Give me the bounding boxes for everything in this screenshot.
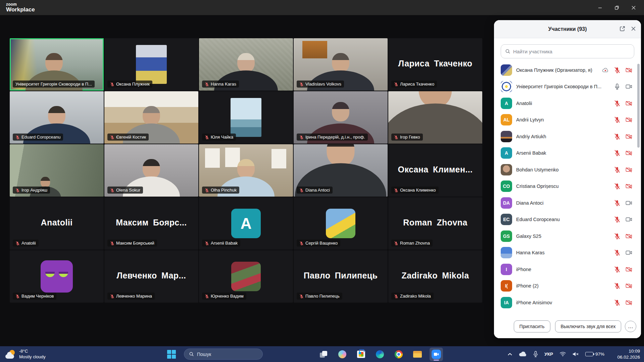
video-tile[interactable]: Оксана Климен... Оксана Клименко [388,144,482,197]
video-tile[interactable]: Левченко Мар... Левченко Марина [104,250,198,303]
video-tile[interactable]: Roman Zhovna Roman Zhovna [388,197,482,250]
camera-off-icon[interactable] [626,133,632,140]
video-tile[interactable]: Zadirako Mikola Zadirako Mikola [388,250,482,303]
participant-row[interactable]: Університет Григорія Сковороди в П... [494,79,641,95]
video-tile[interactable]: Vladislavs Volkovs [294,38,388,91]
zoom-app-icon[interactable] [430,348,443,361]
video-tile[interactable]: Ігор Андріяш [10,144,104,197]
camera-on-icon[interactable] [626,83,632,90]
camera-on-icon[interactable] [626,216,632,223]
camera-off-icon[interactable] [626,266,632,273]
camera-off-icon[interactable] [626,150,632,156]
camera-off-icon[interactable] [626,166,632,173]
video-tile[interactable]: A Arsenii Babak [199,197,293,250]
video-tile[interactable]: Hanna Karas [199,38,293,91]
participant-row[interactable]: Andriy Artiukh [494,128,641,145]
camera-on-icon[interactable] [626,200,632,206]
mic-muted-icon[interactable] [614,233,621,240]
close-button[interactable] [627,2,641,13]
taskbar-search[interactable]: Пошук [184,349,263,360]
search-input[interactable] [513,49,630,54]
participant-row[interactable]: A Anatolii [494,95,641,112]
participant-row[interactable]: A Arsenii Babak [494,145,641,162]
mute-all-button[interactable]: Выключить звук для всех [555,320,622,332]
mic-muted-icon[interactable] [614,282,621,289]
mic-on-icon[interactable] [614,83,621,90]
tray-mic-icon[interactable] [533,351,538,357]
participant-row[interactable]: EC Eduard Coropceanu [494,211,641,228]
mic-muted-icon[interactable] [614,100,621,107]
panel-scrollbar[interactable] [637,64,640,148]
tray-chevron-icon[interactable] [507,353,512,356]
participant-row[interactable]: CO Cristiana Oprișescu [494,178,641,195]
participant-row[interactable]: Bohdan Ustymenko [494,161,641,178]
mic-muted-icon[interactable] [614,166,621,173]
video-tile[interactable]: Оксана Плужник [104,38,198,91]
mic-muted-icon[interactable] [614,200,621,206]
camera-off-icon[interactable] [626,116,632,123]
video-tile[interactable]: Лариса Ткаченко Лариса Ткаченко [388,38,482,91]
chrome-icon[interactable] [392,348,405,361]
participant-row[interactable]: AL Andrii Lytvyn [494,112,641,128]
video-tile[interactable]: Сергій Ващенко [294,197,388,250]
video-tile[interactable]: Павло Пилипець Павло Пилипець [294,250,388,303]
mic-muted-icon[interactable] [614,116,621,123]
video-tile[interactable]: Вадим Черніков [10,250,104,303]
video-tile[interactable]: Ігор Гевко [388,91,482,144]
video-tile[interactable]: Максим Боярс... Максим Боярський [104,197,198,250]
participant-row[interactable]: IA iPhone Anisimov [494,294,641,311]
mic-muted-icon[interactable] [614,266,621,273]
participant-row[interactable]: Hanna Karas [494,245,641,261]
mic-muted-icon[interactable] [614,299,621,306]
video-tile[interactable]: Olha Pinchuk [199,144,293,197]
mic-muted-icon[interactable] [614,150,621,156]
video-tile[interactable]: Olena Sokur [104,144,198,197]
battery-indicator[interactable]: 97% [585,352,604,357]
mic-muted-icon[interactable] [614,133,621,140]
onedrive-icon[interactable] [519,352,527,357]
language-indicator[interactable]: УКР [544,352,553,357]
weather-widget[interactable]: -8°C Mostly cloudy [5,349,46,360]
participant-row[interactable]: DA Diana Antoci [494,195,641,211]
mic-muted-icon[interactable] [614,67,621,73]
participant-search[interactable] [501,44,634,58]
participant-row[interactable]: Оксана Плужник (Организатор, я) [494,62,641,79]
video-tile[interactable]: Євгеній Костик [104,91,198,144]
video-tile[interactable]: Anatolii Anatolii [10,197,104,250]
video-tile[interactable]: Юрченко Вадим [199,250,293,303]
video-tile[interactable]: Eduard Coropceanu [10,91,104,144]
camera-off-icon[interactable] [626,282,632,289]
camera-off-icon[interactable] [626,100,632,107]
task-view-button[interactable] [317,348,330,361]
camera-off-icon[interactable] [626,67,632,73]
file-explorer-icon[interactable] [411,348,424,361]
popout-icon[interactable] [620,26,625,33]
video-tile[interactable]: Diana Antoci [294,144,388,197]
restore-button[interactable] [610,2,624,13]
participant-row[interactable]: GS Galaxy S25 [494,228,641,245]
participant-row[interactable]: I iPhone [494,261,641,278]
minimize-button[interactable] [593,2,607,13]
video-tile[interactable]: Юля Чайка [199,91,293,144]
mic-muted-icon[interactable] [614,183,621,190]
mic-muted-icon[interactable] [614,249,621,256]
more-options-button[interactable]: … [625,321,636,332]
close-panel-icon[interactable] [631,26,636,33]
copilot-icon[interactable] [336,348,349,361]
window-titlebar: zoom Workplace [0,0,644,15]
invite-button[interactable]: Пригласить [514,320,550,332]
camera-off-icon[interactable] [626,183,632,190]
wifi-icon[interactable] [559,352,566,357]
video-tile[interactable]: Університет Григорія Сковороди в П... [10,38,104,91]
clock[interactable]: 10:09 06.02.2026 [617,348,640,360]
camera-off-icon[interactable] [626,233,632,240]
camera-off-icon[interactable] [626,299,632,306]
microsoft-store-icon[interactable] [354,348,368,361]
camera-on-icon[interactable] [626,249,632,256]
start-button[interactable] [167,350,176,359]
volume-muted-icon[interactable] [573,352,579,357]
edge-icon[interactable] [373,348,387,361]
participant-row[interactable]: I( iPhone (2) [494,278,641,295]
mic-muted-icon[interactable] [614,216,621,223]
video-tile[interactable]: Ірина Передерій, д.і.н., проф. [294,91,388,144]
